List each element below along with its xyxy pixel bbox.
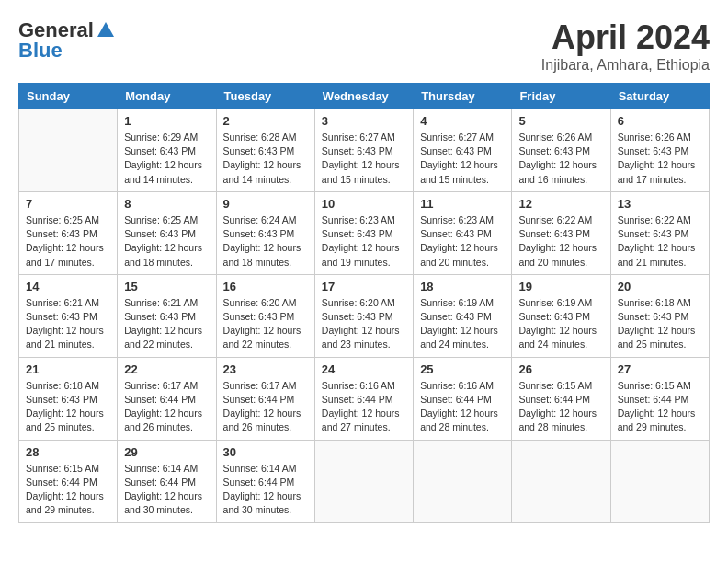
calendar-cell: 14Sunrise: 6:21 AMSunset: 6:43 PMDayligh… bbox=[19, 274, 118, 357]
day-number: 23 bbox=[223, 362, 308, 376]
day-number: 4 bbox=[420, 114, 505, 128]
day-info: Sunrise: 6:18 AMSunset: 6:43 PMDaylight:… bbox=[618, 296, 702, 352]
day-info: Sunrise: 6:20 AMSunset: 6:43 PMDaylight:… bbox=[322, 296, 406, 352]
day-header-tuesday: Tuesday bbox=[216, 84, 314, 109]
calendar-cell bbox=[19, 109, 118, 192]
day-number: 2 bbox=[223, 114, 308, 128]
calendar-cell bbox=[414, 440, 512, 523]
day-info: Sunrise: 6:29 AMSunset: 6:43 PMDaylight:… bbox=[124, 131, 209, 187]
day-info: Sunrise: 6:17 AMSunset: 6:44 PMDaylight:… bbox=[124, 379, 209, 435]
calendar-cell: 10Sunrise: 6:23 AMSunset: 6:43 PMDayligh… bbox=[314, 191, 413, 274]
day-info: Sunrise: 6:26 AMSunset: 6:43 PMDaylight:… bbox=[518, 131, 603, 187]
calendar-cell: 13Sunrise: 6:22 AMSunset: 6:43 PMDayligh… bbox=[610, 191, 709, 274]
day-number: 29 bbox=[124, 445, 209, 459]
day-number: 12 bbox=[518, 197, 603, 211]
day-number: 18 bbox=[420, 280, 505, 293]
day-number: 16 bbox=[223, 280, 308, 293]
day-number: 15 bbox=[124, 280, 209, 293]
day-info: Sunrise: 6:15 AMSunset: 6:44 PMDaylight:… bbox=[518, 379, 603, 435]
location-text: Injibara, Amhara, Ethiopia bbox=[541, 57, 710, 74]
day-number: 11 bbox=[420, 197, 505, 211]
calendar-week-row: 14Sunrise: 6:21 AMSunset: 6:43 PMDayligh… bbox=[19, 274, 710, 357]
day-number: 5 bbox=[518, 114, 603, 128]
day-info: Sunrise: 6:14 AMSunset: 6:44 PMDaylight:… bbox=[124, 462, 209, 518]
day-info: Sunrise: 6:21 AMSunset: 6:43 PMDaylight:… bbox=[124, 296, 209, 352]
calendar-cell: 7Sunrise: 6:25 AMSunset: 6:43 PMDaylight… bbox=[19, 191, 118, 274]
day-number: 25 bbox=[420, 362, 505, 376]
calendar-cell: 28Sunrise: 6:15 AMSunset: 6:44 PMDayligh… bbox=[19, 440, 118, 523]
calendar-week-row: 21Sunrise: 6:18 AMSunset: 6:43 PMDayligh… bbox=[19, 357, 710, 440]
day-info: Sunrise: 6:25 AMSunset: 6:43 PMDaylight:… bbox=[26, 213, 110, 270]
calendar-week-row: 1Sunrise: 6:29 AMSunset: 6:43 PMDaylight… bbox=[19, 109, 710, 192]
day-number: 24 bbox=[322, 362, 406, 376]
day-header-monday: Monday bbox=[118, 84, 216, 109]
month-title: April 2024 bbox=[541, 18, 710, 57]
calendar-header-row: SundayMondayTuesdayWednesdayThursdayFrid… bbox=[19, 84, 710, 109]
day-number: 3 bbox=[322, 114, 406, 128]
day-info: Sunrise: 6:19 AMSunset: 6:43 PMDaylight:… bbox=[420, 296, 505, 352]
calendar-week-row: 28Sunrise: 6:15 AMSunset: 6:44 PMDayligh… bbox=[19, 440, 710, 523]
day-info: Sunrise: 6:23 AMSunset: 6:43 PMDaylight:… bbox=[322, 213, 406, 270]
calendar-cell: 5Sunrise: 6:26 AMSunset: 6:43 PMDaylight… bbox=[512, 109, 610, 192]
calendar-cell: 8Sunrise: 6:25 AMSunset: 6:43 PMDaylight… bbox=[118, 191, 216, 274]
day-info: Sunrise: 6:19 AMSunset: 6:43 PMDaylight:… bbox=[518, 296, 603, 352]
day-info: Sunrise: 6:22 AMSunset: 6:43 PMDaylight:… bbox=[518, 213, 603, 270]
day-info: Sunrise: 6:27 AMSunset: 6:43 PMDaylight:… bbox=[420, 131, 505, 187]
day-number: 20 bbox=[618, 280, 702, 293]
calendar-cell: 2Sunrise: 6:28 AMSunset: 6:43 PMDaylight… bbox=[216, 109, 314, 192]
day-number: 8 bbox=[124, 197, 209, 211]
day-number: 26 bbox=[518, 362, 603, 376]
logo-blue-text: Blue bbox=[18, 39, 63, 63]
day-info: Sunrise: 6:24 AMSunset: 6:43 PMDaylight:… bbox=[223, 213, 308, 270]
day-number: 21 bbox=[26, 362, 110, 376]
calendar-cell: 19Sunrise: 6:19 AMSunset: 6:43 PMDayligh… bbox=[512, 274, 610, 357]
day-number: 14 bbox=[26, 280, 110, 293]
calendar-table: SundayMondayTuesdayWednesdayThursdayFrid… bbox=[18, 83, 710, 523]
calendar-cell: 1Sunrise: 6:29 AMSunset: 6:43 PMDaylight… bbox=[118, 109, 216, 192]
page-header: General Blue April 2024 Injibara, Amhara… bbox=[18, 18, 710, 74]
calendar-cell: 20Sunrise: 6:18 AMSunset: 6:43 PMDayligh… bbox=[610, 274, 709, 357]
title-area: April 2024 Injibara, Amhara, Ethiopia bbox=[541, 18, 710, 74]
day-header-saturday: Saturday bbox=[610, 84, 709, 109]
day-number: 19 bbox=[518, 280, 603, 293]
day-info: Sunrise: 6:18 AMSunset: 6:43 PMDaylight:… bbox=[26, 379, 110, 435]
calendar-cell: 27Sunrise: 6:15 AMSunset: 6:44 PMDayligh… bbox=[610, 357, 709, 440]
day-header-wednesday: Wednesday bbox=[314, 84, 413, 109]
calendar-cell: 29Sunrise: 6:14 AMSunset: 6:44 PMDayligh… bbox=[118, 440, 216, 523]
calendar-cell: 9Sunrise: 6:24 AMSunset: 6:43 PMDaylight… bbox=[216, 191, 314, 274]
day-info: Sunrise: 6:15 AMSunset: 6:44 PMDaylight:… bbox=[26, 462, 110, 518]
day-info: Sunrise: 6:26 AMSunset: 6:43 PMDaylight:… bbox=[618, 131, 702, 187]
calendar-cell: 23Sunrise: 6:17 AMSunset: 6:44 PMDayligh… bbox=[216, 357, 314, 440]
day-info: Sunrise: 6:28 AMSunset: 6:43 PMDaylight:… bbox=[223, 131, 308, 187]
calendar-cell: 30Sunrise: 6:14 AMSunset: 6:44 PMDayligh… bbox=[216, 440, 314, 523]
day-info: Sunrise: 6:16 AMSunset: 6:44 PMDaylight:… bbox=[420, 379, 505, 435]
day-info: Sunrise: 6:15 AMSunset: 6:44 PMDaylight:… bbox=[618, 379, 702, 435]
calendar-cell bbox=[512, 440, 610, 523]
calendar-cell: 15Sunrise: 6:21 AMSunset: 6:43 PMDayligh… bbox=[118, 274, 216, 357]
day-info: Sunrise: 6:21 AMSunset: 6:43 PMDaylight:… bbox=[26, 296, 110, 352]
calendar-cell: 22Sunrise: 6:17 AMSunset: 6:44 PMDayligh… bbox=[118, 357, 216, 440]
day-info: Sunrise: 6:17 AMSunset: 6:44 PMDaylight:… bbox=[223, 379, 308, 435]
day-header-thursday: Thursday bbox=[414, 84, 512, 109]
day-header-sunday: Sunday bbox=[19, 84, 118, 109]
day-number: 17 bbox=[322, 280, 406, 293]
calendar-cell: 21Sunrise: 6:18 AMSunset: 6:43 PMDayligh… bbox=[19, 357, 118, 440]
day-number: 1 bbox=[124, 114, 209, 128]
day-number: 30 bbox=[223, 445, 308, 459]
logo-icon bbox=[96, 20, 116, 40]
logo: General Blue bbox=[18, 18, 116, 63]
calendar-cell: 6Sunrise: 6:26 AMSunset: 6:43 PMDaylight… bbox=[610, 109, 709, 192]
day-number: 28 bbox=[26, 445, 110, 459]
calendar-cell: 17Sunrise: 6:20 AMSunset: 6:43 PMDayligh… bbox=[314, 274, 413, 357]
calendar-cell: 26Sunrise: 6:15 AMSunset: 6:44 PMDayligh… bbox=[512, 357, 610, 440]
calendar-cell bbox=[314, 440, 413, 523]
day-info: Sunrise: 6:16 AMSunset: 6:44 PMDaylight:… bbox=[322, 379, 406, 435]
calendar-cell bbox=[610, 440, 709, 523]
day-info: Sunrise: 6:20 AMSunset: 6:43 PMDaylight:… bbox=[223, 296, 308, 352]
day-number: 6 bbox=[618, 114, 702, 128]
day-info: Sunrise: 6:14 AMSunset: 6:44 PMDaylight:… bbox=[223, 462, 308, 518]
day-info: Sunrise: 6:23 AMSunset: 6:43 PMDaylight:… bbox=[420, 213, 505, 270]
calendar-cell: 18Sunrise: 6:19 AMSunset: 6:43 PMDayligh… bbox=[414, 274, 512, 357]
calendar-week-row: 7Sunrise: 6:25 AMSunset: 6:43 PMDaylight… bbox=[19, 191, 710, 274]
svg-marker-0 bbox=[97, 22, 114, 37]
